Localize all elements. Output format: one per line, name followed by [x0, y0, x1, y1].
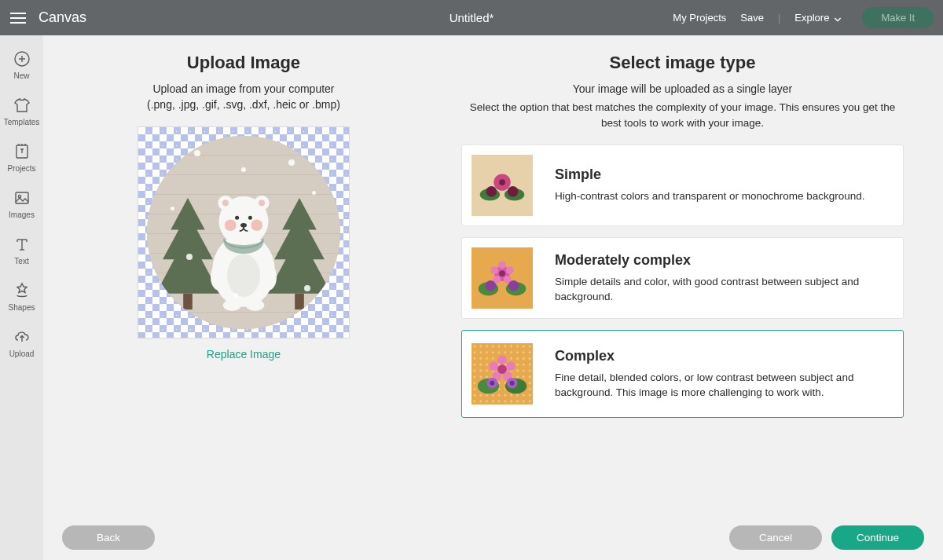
svg-point-22 [222, 199, 229, 206]
replace-image-link[interactable]: Replace Image [138, 348, 350, 361]
svg-point-24 [225, 219, 237, 231]
upload-subtitle-2: (.png, .jpg, .gif, .svg, .dxf, .heic or … [147, 98, 340, 111]
text-icon [13, 235, 31, 254]
select-type-pane: Select image type Your image will be upl… [453, 53, 912, 514]
svg-point-45 [506, 267, 514, 275]
sidebar-item-label: Templates [4, 118, 40, 126]
sidebar-item-label: Upload [9, 350, 35, 358]
option-desc: Simple details and color, with good cont… [555, 275, 889, 305]
svg-point-51 [508, 280, 519, 291]
svg-point-29 [211, 264, 227, 291]
content-area: Upload Image Upload an image from your c… [43, 35, 943, 514]
brand-label: Canvas [39, 9, 86, 26]
snow-dot [288, 159, 295, 166]
svg-point-49 [499, 270, 505, 276]
sidebar-item-new[interactable]: New [0, 43, 43, 86]
sidebar-item-label: Text [14, 257, 28, 265]
menu-icon[interactable] [0, 0, 35, 35]
sidebar-item-text[interactable]: Text [0, 229, 43, 272]
image-icon [13, 188, 31, 207]
plus-circle-icon [13, 49, 31, 68]
image-preview-wrap: Replace Image [138, 126, 350, 361]
option-thumb-moderate [472, 247, 533, 309]
svg-point-62 [497, 364, 507, 374]
sidebar-item-upload[interactable]: Upload [0, 321, 43, 364]
shapes-icon [13, 281, 31, 300]
image-preview [138, 126, 350, 339]
svg-point-57 [497, 356, 507, 365]
svg-point-58 [506, 362, 516, 372]
svg-point-38 [508, 186, 519, 197]
svg-point-32 [246, 299, 264, 311]
sidebar-item-label: Images [9, 210, 35, 219]
svg-point-50 [485, 280, 496, 291]
option-desc: Fine detail, blended colors, or low cont… [555, 371, 889, 401]
chevron-down-icon [834, 14, 842, 22]
svg-point-31 [223, 299, 241, 311]
option-thumb-simple [472, 155, 533, 216]
upload-icon [13, 328, 31, 346]
snow-dot [312, 191, 316, 195]
svg-point-26 [235, 216, 239, 220]
upload-title: Upload Image [187, 53, 300, 73]
sidebar-item-label: Projects [7, 164, 35, 173]
topbar-divider: | [778, 12, 780, 24]
svg-point-37 [486, 186, 497, 197]
sidebar-item-label: New [13, 71, 29, 80]
svg-point-48 [490, 267, 498, 275]
snow-dot [304, 285, 310, 291]
select-type-subtitle-2: Select the option that best matches the … [461, 100, 904, 130]
svg-point-39 [499, 179, 505, 185]
option-card-moderate[interactable]: Moderately complex Simple details and co… [461, 237, 904, 319]
continue-button[interactable]: Continue [831, 525, 924, 550]
sidebar: New Templates Projects Images Text Shape… [0, 35, 43, 560]
my-projects-link[interactable]: My Projects [673, 12, 726, 24]
option-title: Complex [555, 348, 889, 364]
svg-point-64 [490, 381, 494, 386]
svg-point-25 [251, 219, 262, 231]
option-text: Moderately complex Simple details and co… [555, 252, 889, 305]
svg-rect-16 [295, 294, 304, 309]
svg-rect-15 [183, 294, 193, 309]
snow-dot [186, 254, 193, 260]
tshirt-icon [13, 96, 31, 115]
snow-dot [194, 150, 200, 156]
option-card-simple[interactable]: Simple High-contrast colors and transpar… [461, 145, 904, 226]
bear-illustration [194, 180, 293, 315]
option-card-complex[interactable]: Complex Fine detail, blended colors, or … [461, 330, 904, 418]
save-link[interactable]: Save [740, 12, 764, 24]
snow-dot [241, 167, 246, 172]
option-text: Simple High-contrast colors and transpar… [555, 167, 889, 204]
notebook-icon [13, 142, 31, 161]
option-text: Complex Fine detail, blended colors, or … [555, 348, 889, 401]
svg-point-66 [510, 381, 515, 386]
option-cards: Simple High-contrast colors and transpar… [461, 145, 904, 418]
option-thumb-complex [472, 343, 533, 404]
topbar: Canvas Untitled* My Projects Save | Expl… [0, 0, 943, 35]
sidebar-item-projects[interactable]: Projects [0, 136, 43, 179]
sidebar-item-images[interactable]: Images [0, 182, 43, 225]
upload-subtitle-1: Upload an image from your computer [152, 82, 334, 95]
main-panel: Upload Image Upload an image from your c… [43, 35, 943, 560]
snow-dot [171, 207, 174, 210]
svg-point-61 [489, 362, 498, 372]
make-it-button[interactable]: Make It [862, 7, 934, 28]
svg-point-30 [260, 264, 277, 291]
back-button[interactable]: Back [62, 525, 155, 550]
select-type-title: Select image type [610, 53, 756, 73]
footer-bar: Back Cancel Continue [43, 514, 943, 560]
explore-dropdown[interactable]: Explore [794, 12, 842, 24]
select-type-subtitle-1: Your image will be uploaded as a single … [461, 82, 904, 95]
svg-point-27 [248, 216, 252, 220]
snow-dot [233, 293, 238, 298]
option-desc: High-contrast colors and transparent or … [555, 189, 889, 204]
option-title: Simple [555, 167, 889, 183]
cancel-button[interactable]: Cancel [729, 525, 822, 550]
sidebar-item-shapes[interactable]: Shapes [0, 275, 43, 318]
sidebar-item-label: Shapes [9, 303, 35, 312]
topbar-right: My Projects Save | Explore Make It [673, 7, 934, 28]
explore-label: Explore [794, 12, 829, 24]
svg-point-23 [259, 199, 265, 206]
sidebar-item-templates[interactable]: Templates [0, 90, 43, 133]
svg-point-18 [227, 254, 260, 298]
